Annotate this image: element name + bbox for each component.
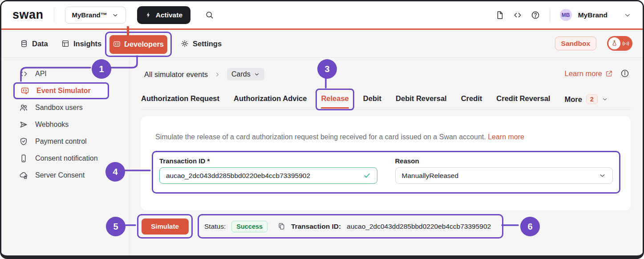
sidebar-item-payment-control[interactable]: Payment control [1, 133, 129, 150]
code-icon[interactable] [513, 11, 522, 20]
search-icon[interactable] [205, 11, 214, 19]
main-content: All simulator events Cards Learn more Au… [130, 58, 643, 255]
sidebar-api-label: API [35, 70, 47, 78]
content-actions: Learn more [565, 69, 629, 78]
panel-description-text: Simulate the release of a card authoriza… [155, 133, 486, 141]
sidebar-payment-control-label: Payment control [35, 138, 87, 146]
account-menu-chevron-icon[interactable] [624, 11, 632, 19]
environment-toggle[interactable] [607, 36, 632, 51]
topbar-right: MB MyBrand [495, 8, 632, 22]
copy-icon[interactable] [278, 223, 285, 230]
status-label: Status: [204, 223, 226, 231]
callout-box-simulate: Simulate [137, 214, 193, 239]
avatar[interactable]: MB [560, 9, 572, 21]
event-simulator-icon [20, 86, 29, 95]
activate-button[interactable]: Activate [137, 6, 190, 24]
swan-logo: swan [12, 8, 44, 22]
nav-item-data[interactable]: Data [20, 30, 48, 57]
gear-icon [181, 40, 189, 48]
callout-5: 5 [106, 217, 126, 236]
divider [54, 8, 54, 22]
reason-select[interactable]: ManuallyReleased [395, 167, 613, 184]
sidebar-consent-notification-label: Consent notification [35, 154, 98, 162]
tabs-row: Authorization Request Authorization Advi… [141, 94, 631, 110]
transaction-id-input[interactable]: aucao_2dc043dd285bbd0220eb4ccb73395902 [159, 167, 377, 184]
divider [550, 8, 550, 22]
simulate-button[interactable]: Simulate [142, 219, 189, 235]
account-name: MyBrand [578, 11, 608, 19]
more-count-badge: 2 [586, 94, 598, 104]
learn-more-label: Learn more [565, 69, 602, 78]
chevron-down-icon [112, 12, 119, 19]
shield-check-icon [19, 137, 28, 146]
tab-authorization-advice[interactable]: Authorization Advice [234, 94, 307, 108]
code-icon [19, 69, 28, 78]
breadcrumb-root[interactable]: All simulator events [144, 70, 208, 79]
topbar: swan MyBrand™ Activate [1, 1, 643, 28]
sandbox-badge[interactable]: Sandbox [555, 36, 596, 50]
nav-item-settings[interactable]: Settings [181, 30, 222, 57]
more-label: More [564, 95, 582, 104]
transaction-id-label: Transaction ID * [159, 157, 377, 165]
panel-description: Simulate the release of a card authoriza… [155, 133, 616, 141]
docs-icon[interactable] [495, 11, 504, 20]
tab-debit-reversal[interactable]: Debit Reversal [396, 94, 447, 108]
database-icon [20, 40, 28, 48]
active-item-indicator [127, 26, 129, 43]
reason-label: Reason [395, 157, 613, 165]
users-icon [19, 103, 28, 112]
chevron-right-icon [214, 71, 221, 78]
callout-6: 6 [520, 217, 540, 236]
help-icon[interactable] [531, 11, 540, 20]
reason-field-group: Reason ManuallyReleased [395, 157, 613, 187]
project-selector-label: MyBrand™ [72, 11, 107, 19]
sidebar-item-event-simulator[interactable]: Event Simulator [13, 82, 109, 99]
lightning-icon [145, 12, 152, 18]
transaction-id-value: aucao_2dc043dd285bbd0220eb4ccb73395902 [166, 172, 310, 180]
tab-debit[interactable]: Debit [363, 94, 381, 108]
tab-authorization-request[interactable]: Authorization Request [141, 94, 219, 108]
tab-more[interactable]: More 2 [564, 94, 608, 109]
callout-3: 3 [317, 59, 337, 79]
nav-insights-label: Insights [73, 40, 101, 48]
sidebar-item-webhooks[interactable]: Webhooks [1, 116, 129, 133]
info-icon[interactable] [620, 69, 629, 78]
panel-learn-more-link[interactable]: Learn more [488, 133, 524, 141]
nav-item-developers[interactable]: Developers [109, 35, 167, 54]
callout-1: 1 [92, 59, 111, 79]
sidebar-sandbox-users-label: Sandbox users [35, 104, 83, 112]
nav-item-insights[interactable]: Insights [61, 30, 101, 57]
simulator-panel: Simulate the release of a card authoriza… [141, 116, 631, 210]
transaction-id-field-group: Transaction ID * aucao_2dc043dd285bbd022… [159, 157, 377, 187]
breadcrumb-cards-dropdown[interactable]: Cards [227, 68, 264, 81]
callout-box-result: Status: Success Transaction ID: aucao_2d… [198, 214, 503, 239]
callout-box-developers: Developers [105, 32, 172, 57]
valid-check-icon [363, 172, 371, 179]
chevron-down-icon [602, 96, 608, 102]
nav-developers-label: Developers [124, 40, 164, 49]
sidebar-item-sandbox-users[interactable]: Sandbox users [1, 99, 129, 116]
tab-release[interactable]: Release [321, 94, 348, 108]
sidebar-webhooks-label: Webhooks [35, 121, 69, 129]
main-nav: Data Insights Developers Settings Sandbo… [1, 30, 643, 58]
smartphone-icon [19, 154, 28, 163]
nav-data-label: Data [32, 40, 48, 48]
project-selector[interactable]: MyBrand™ [65, 7, 126, 24]
app-window: swan MyBrand™ Activate [0, 0, 644, 259]
signal-icon [621, 39, 630, 48]
callout-box-form: Transaction ID * aucao_2dc043dd285bbd022… [152, 151, 620, 194]
chevron-down-icon [599, 172, 606, 179]
tab-credit[interactable]: Credit [461, 94, 482, 108]
sidebar-event-simulator-label: Event Simulator [36, 87, 91, 95]
table-icon [61, 40, 69, 48]
tab-credit-reversal[interactable]: Credit Reversal [496, 94, 550, 108]
learn-more-link[interactable]: Learn more [565, 69, 613, 78]
result-transaction-value: aucao_2dc043dd285bbd0220eb4ccb73395902 [347, 223, 491, 231]
nav-settings-label: Settings [193, 40, 222, 48]
breadcrumb-cards-label: Cards [231, 70, 251, 78]
sidebar-server-consent-label: Server Consent [35, 171, 85, 179]
callout-4: 4 [105, 162, 125, 182]
chevron-down-icon [254, 71, 260, 77]
dev-console-icon [113, 40, 121, 48]
cloud-lock-icon [19, 171, 28, 180]
